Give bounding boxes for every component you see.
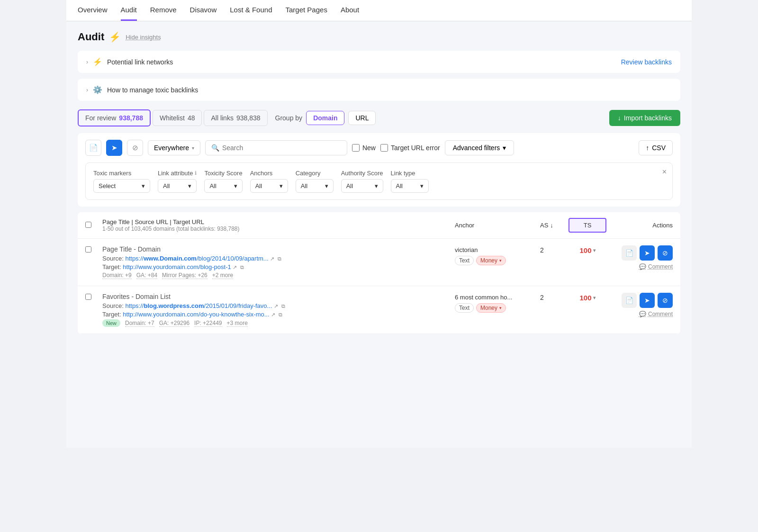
new-checkbox[interactable] <box>352 144 360 152</box>
row-2-send-button[interactable]: ➤ <box>640 293 655 308</box>
target-url-error-filter[interactable]: Target URL error <box>380 144 440 152</box>
tab-for-review-label: For review <box>85 114 116 122</box>
row-1-source-url[interactable]: https://www.Domain.com/blog/2014/10/09/a… <box>125 255 268 262</box>
tab-for-review-count: 938,788 <box>119 114 143 122</box>
link-type-select[interactable]: All ▾ <box>391 179 429 193</box>
nav-remove[interactable]: Remove <box>150 6 177 21</box>
expand-icon[interactable]: › <box>86 59 88 65</box>
tab-whitelist[interactable]: Whitelist 48 <box>153 110 202 126</box>
nav-disavow[interactable]: Disavow <box>190 6 217 21</box>
toxicity-score-label: Toxicity Score <box>204 170 242 177</box>
row-1-action-icons: 📄 ➤ ⊘ <box>622 245 673 261</box>
new-badge: New <box>102 319 120 327</box>
link-attr-select[interactable]: All ▾ <box>158 179 197 193</box>
authority-score-value: All <box>346 182 353 189</box>
copy-icon-4[interactable]: ⧉ <box>279 312 282 317</box>
sort-icon: ↓ <box>550 222 553 229</box>
row-2-tag-text: Text <box>455 303 474 313</box>
advanced-filters-button[interactable]: Advanced filters ▾ <box>445 140 514 155</box>
row-2-action-icons: 📄 ➤ ⊘ <box>622 293 673 308</box>
select-all-checkbox[interactable] <box>85 222 91 228</box>
insight-left: › ⚡ Potential link networks <box>86 57 173 66</box>
external-link-icon-4[interactable]: ↗ <box>271 312 275 317</box>
filter-ban-btn[interactable]: ⊘ <box>127 140 143 156</box>
csv-export-button[interactable]: ↑ CSV <box>639 140 673 155</box>
tab-all-links[interactable]: All links 938,838 <box>204 110 267 126</box>
row-2-anchor-text: 6 most common ho... <box>455 294 540 301</box>
row-1-ts-value[interactable]: 100 ▾ <box>568 246 606 254</box>
row-1-tag-money[interactable]: Money ▾ <box>476 256 506 265</box>
external-link-icon-2[interactable]: ↗ <box>233 264 237 270</box>
target-url-error-checkbox[interactable] <box>380 144 388 152</box>
row-1-checkbox[interactable] <box>85 246 91 252</box>
row-1-send-button[interactable]: ➤ <box>640 245 655 261</box>
row-2-target-url[interactable]: http://www.yourdomain.com/do-you-knowthe… <box>123 311 269 318</box>
row-2-ts-number: 100 <box>579 294 591 302</box>
filter-row: 📄 ➤ ⊘ Everywhere ▾ 🔍 New <box>85 140 673 156</box>
external-link-icon[interactable]: ↗ <box>270 256 274 261</box>
row-1-ban-button[interactable]: ⊘ <box>658 245 673 261</box>
import-backlinks-button[interactable]: ↓ Import backlinks <box>609 110 680 126</box>
doc-icon: 📄 <box>89 144 98 152</box>
toxicity-score-value: All <box>209 182 216 189</box>
category-select[interactable]: All ▾ <box>296 179 334 193</box>
filter-doc-btn[interactable]: 📄 <box>85 140 101 156</box>
external-link-icon-3[interactable]: ↗ <box>274 303 278 309</box>
row-2-ts-value[interactable]: 100 ▾ <box>568 294 606 302</box>
everywhere-dropdown[interactable]: Everywhere ▾ <box>148 140 200 155</box>
row-2-title: Favorites - Domain List <box>102 293 455 300</box>
money-tag-chevron: ▾ <box>499 258 502 263</box>
row-2-money-label: Money <box>480 305 497 311</box>
lightning-insight-icon: ⚡ <box>93 57 102 66</box>
filter-send-btn[interactable]: ➤ <box>106 140 122 156</box>
adv-filter-inner: Toxic markers Select ▾ Link attribute ℹ … <box>93 170 665 193</box>
anchors-label: Anchors <box>250 170 288 177</box>
copy-icon[interactable]: ⧉ <box>278 256 281 261</box>
nav-target-pages[interactable]: Target Pages <box>286 6 327 21</box>
new-filter[interactable]: New <box>352 144 376 152</box>
toxicity-score-select[interactable]: All ▾ <box>204 179 242 193</box>
row-2-doc-button[interactable]: 📄 <box>622 293 637 308</box>
row-1-meta-more[interactable]: +2 more <box>212 272 233 279</box>
row-2-comment-link[interactable]: 💬 Comment <box>639 311 673 317</box>
toxic-markers-value: Select <box>99 182 116 189</box>
row-2-meta-more[interactable]: +3 more <box>227 320 248 327</box>
row-2-source-url[interactable]: https://blog.wordpress.com/2015/01/09/fr… <box>125 302 272 309</box>
row-1-meta: Domain: +9 GA: +84 Mirror Pages: +26 +2 … <box>102 272 455 279</box>
tab-whitelist-count: 48 <box>188 114 195 122</box>
row-2-actions: 📄 ➤ ⊘ 💬 Comment <box>606 293 673 317</box>
nav-overview[interactable]: Overview <box>78 6 108 21</box>
toxicity-score-chevron: ▾ <box>234 182 237 189</box>
nav-audit[interactable]: Audit <box>121 6 137 21</box>
expand-icon-toxic[interactable]: › <box>86 87 88 93</box>
anchors-select[interactable]: All ▾ <box>250 179 288 193</box>
search-input[interactable] <box>222 144 341 152</box>
header-check <box>85 222 102 229</box>
row-1-target-prefix: Target: <box>102 263 123 271</box>
row-2-source-bold: blog.wordpress.com <box>144 302 204 309</box>
row-1-doc-button[interactable]: 📄 <box>622 245 637 261</box>
everywhere-label: Everywhere <box>154 144 189 152</box>
group-by-url-btn[interactable]: URL <box>348 111 376 125</box>
row-2-tag-money[interactable]: Money ▾ <box>476 303 506 313</box>
row-2-ban-button[interactable]: ⊘ <box>658 293 673 308</box>
group-by-domain-btn[interactable]: Domain <box>306 111 344 125</box>
review-backlinks-link[interactable]: Review backlinks <box>621 58 672 66</box>
copy-icon-2[interactable]: ⧉ <box>240 264 244 270</box>
top-nav: Overview Audit Remove Disavow Lost & Fou… <box>66 0 692 21</box>
copy-icon-3[interactable]: ⧉ <box>281 303 285 309</box>
tab-for-review[interactable]: For review 938,788 <box>78 109 151 126</box>
comment-icon: 💬 <box>639 263 646 270</box>
nav-lost-found[interactable]: Lost & Found <box>230 6 272 21</box>
csv-label: CSV <box>652 144 666 152</box>
close-adv-filters-button[interactable]: × <box>662 168 667 176</box>
toxic-markers-select[interactable]: Select ▾ <box>93 179 150 193</box>
row-2-checkbox[interactable] <box>85 294 91 300</box>
authority-score-select[interactable]: All ▾ <box>341 179 383 193</box>
hide-insights-button[interactable]: Hide insights <box>126 34 161 41</box>
tab-bar-left: For review 938,788 Whitelist 48 All link… <box>78 109 376 126</box>
row-1-target-url[interactable]: http://www.yourdomain.com/blog-post-1 <box>123 263 231 271</box>
header-as[interactable]: AS ↓ <box>540 222 568 229</box>
nav-about[interactable]: About <box>341 6 359 21</box>
row-1-comment-link[interactable]: 💬 Comment <box>639 263 673 270</box>
